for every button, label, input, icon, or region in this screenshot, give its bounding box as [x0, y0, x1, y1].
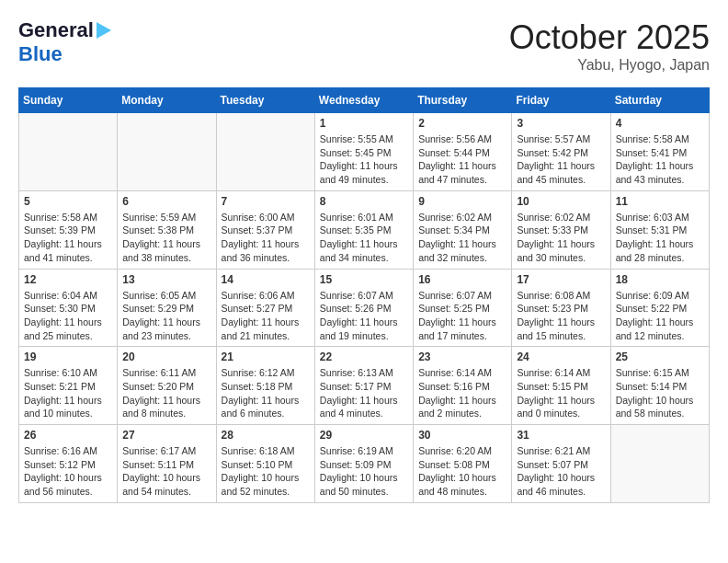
calendar-cell: 11Sunrise: 6:03 AM Sunset: 5:31 PM Dayli…	[610, 190, 709, 269]
calendar-cell: 27Sunrise: 6:17 AM Sunset: 5:11 PM Dayli…	[118, 425, 216, 503]
calendar-cell: 25Sunrise: 6:15 AM Sunset: 5:14 PM Dayli…	[610, 347, 709, 425]
calendar-cell: 30Sunrise: 6:20 AM Sunset: 5:08 PM Dayli…	[414, 425, 512, 503]
day-info: Sunrise: 6:08 AM Sunset: 5:23 PM Dayligh…	[517, 289, 605, 343]
day-number: 19	[24, 350, 112, 363]
day-info: Sunrise: 5:56 AM Sunset: 5:44 PM Dayligh…	[418, 132, 506, 187]
day-info: Sunrise: 5:58 AM Sunset: 5:41 PM Dayligh…	[616, 132, 704, 187]
calendar-cell	[118, 113, 216, 191]
day-number: 2	[418, 117, 506, 130]
calendar-cell: 22Sunrise: 6:13 AM Sunset: 5:17 PM Dayli…	[314, 347, 413, 425]
day-info: Sunrise: 6:16 AM Sunset: 5:12 PM Dayligh…	[24, 444, 112, 499]
day-number: 28	[222, 429, 310, 442]
day-number: 23	[418, 350, 506, 363]
day-number: 1	[320, 117, 408, 130]
day-number: 31	[517, 429, 605, 442]
calendar-cell: 31Sunrise: 6:21 AM Sunset: 5:07 PM Dayli…	[512, 425, 610, 503]
calendar-cell: 29Sunrise: 6:19 AM Sunset: 5:09 PM Dayli…	[314, 425, 413, 503]
day-info: Sunrise: 6:15 AM Sunset: 5:14 PM Dayligh…	[616, 366, 704, 420]
day-number: 9	[418, 195, 506, 208]
day-info: Sunrise: 6:19 AM Sunset: 5:09 PM Dayligh…	[320, 444, 408, 499]
calendar-cell: 28Sunrise: 6:18 AM Sunset: 5:10 PM Dayli…	[216, 425, 314, 503]
logo-arrow-icon	[97, 22, 111, 39]
day-number: 18	[616, 273, 704, 286]
calendar-cell: 9Sunrise: 6:02 AM Sunset: 5:34 PM Daylig…	[414, 190, 512, 269]
day-number: 29	[320, 429, 408, 442]
calendar-cell: 16Sunrise: 6:07 AM Sunset: 5:25 PM Dayli…	[414, 269, 512, 347]
day-number: 24	[517, 350, 605, 363]
day-info: Sunrise: 6:00 AM Sunset: 5:37 PM Dayligh…	[222, 211, 310, 265]
calendar-cell: 14Sunrise: 6:06 AM Sunset: 5:27 PM Dayli…	[216, 269, 314, 347]
day-info: Sunrise: 6:10 AM Sunset: 5:21 PM Dayligh…	[24, 366, 112, 420]
calendar-cell: 26Sunrise: 6:16 AM Sunset: 5:12 PM Dayli…	[19, 425, 118, 503]
day-number: 5	[24, 195, 112, 208]
calendar-cell: 2Sunrise: 5:56 AM Sunset: 5:44 PM Daylig…	[414, 113, 512, 191]
day-info: Sunrise: 6:02 AM Sunset: 5:34 PM Dayligh…	[418, 211, 506, 265]
day-number: 25	[616, 350, 704, 363]
page-header: General Blue October 2025 Yabu, Hyogo, J…	[18, 18, 710, 74]
day-number: 6	[122, 195, 210, 208]
day-info: Sunrise: 6:11 AM Sunset: 5:20 PM Dayligh…	[122, 366, 210, 420]
day-info: Sunrise: 6:13 AM Sunset: 5:17 PM Dayligh…	[320, 366, 408, 420]
weekday-header: Wednesday	[314, 88, 413, 113]
day-info: Sunrise: 6:07 AM Sunset: 5:26 PM Dayligh…	[320, 289, 408, 343]
day-number: 30	[418, 429, 506, 442]
calendar-cell: 21Sunrise: 6:12 AM Sunset: 5:18 PM Dayli…	[216, 347, 314, 425]
day-info: Sunrise: 5:55 AM Sunset: 5:45 PM Dayligh…	[320, 132, 408, 187]
month-title: October 2025 Yabu, Hyogo, Japan	[509, 18, 710, 74]
day-number: 12	[24, 273, 112, 286]
calendar-cell: 10Sunrise: 6:02 AM Sunset: 5:33 PM Dayli…	[512, 190, 610, 269]
day-number: 17	[517, 273, 605, 286]
calendar-cell: 24Sunrise: 6:14 AM Sunset: 5:15 PM Dayli…	[512, 347, 610, 425]
location-heading: Yabu, Hyogo, Japan	[509, 57, 710, 74]
day-number: 7	[222, 195, 310, 208]
calendar-cell: 5Sunrise: 5:58 AM Sunset: 5:39 PM Daylig…	[19, 190, 118, 269]
calendar-week-row: 26Sunrise: 6:16 AM Sunset: 5:12 PM Dayli…	[19, 425, 710, 503]
day-info: Sunrise: 6:04 AM Sunset: 5:30 PM Dayligh…	[24, 289, 112, 343]
calendar-cell: 15Sunrise: 6:07 AM Sunset: 5:26 PM Dayli…	[314, 269, 413, 347]
weekday-header-row: SundayMondayTuesdayWednesdayThursdayFrid…	[19, 88, 710, 113]
day-info: Sunrise: 5:57 AM Sunset: 5:42 PM Dayligh…	[517, 132, 605, 187]
day-number: 4	[616, 117, 704, 130]
weekday-header: Saturday	[610, 88, 709, 113]
day-info: Sunrise: 6:05 AM Sunset: 5:29 PM Dayligh…	[122, 289, 210, 343]
day-number: 16	[418, 273, 506, 286]
day-info: Sunrise: 6:12 AM Sunset: 5:18 PM Dayligh…	[222, 366, 310, 420]
calendar-cell: 8Sunrise: 6:01 AM Sunset: 5:35 PM Daylig…	[314, 190, 413, 269]
day-info: Sunrise: 6:14 AM Sunset: 5:16 PM Dayligh…	[418, 366, 506, 420]
day-info: Sunrise: 6:06 AM Sunset: 5:27 PM Dayligh…	[222, 289, 310, 343]
day-number: 27	[122, 429, 210, 442]
calendar-cell: 23Sunrise: 6:14 AM Sunset: 5:16 PM Dayli…	[414, 347, 512, 425]
weekday-header: Tuesday	[216, 88, 314, 113]
weekday-header: Thursday	[414, 88, 512, 113]
calendar-week-row: 5Sunrise: 5:58 AM Sunset: 5:39 PM Daylig…	[19, 190, 710, 269]
day-info: Sunrise: 6:02 AM Sunset: 5:33 PM Dayligh…	[517, 211, 605, 265]
calendar-cell: 4Sunrise: 5:58 AM Sunset: 5:41 PM Daylig…	[610, 113, 709, 191]
calendar-cell: 17Sunrise: 6:08 AM Sunset: 5:23 PM Dayli…	[512, 269, 610, 347]
day-number: 8	[320, 195, 408, 208]
calendar-cell: 13Sunrise: 6:05 AM Sunset: 5:29 PM Dayli…	[118, 269, 216, 347]
calendar-week-row: 19Sunrise: 6:10 AM Sunset: 5:21 PM Dayli…	[19, 347, 710, 425]
calendar-cell: 18Sunrise: 6:09 AM Sunset: 5:22 PM Dayli…	[610, 269, 709, 347]
day-number: 11	[616, 195, 704, 208]
day-info: Sunrise: 5:58 AM Sunset: 5:39 PM Dayligh…	[24, 211, 112, 265]
calendar-cell: 7Sunrise: 6:00 AM Sunset: 5:37 PM Daylig…	[216, 190, 314, 269]
day-info: Sunrise: 6:07 AM Sunset: 5:25 PM Dayligh…	[418, 289, 506, 343]
calendar-cell	[216, 113, 314, 191]
day-info: Sunrise: 6:09 AM Sunset: 5:22 PM Dayligh…	[616, 289, 704, 343]
calendar-cell: 12Sunrise: 6:04 AM Sunset: 5:30 PM Dayli…	[19, 269, 118, 347]
calendar-cell: 6Sunrise: 5:59 AM Sunset: 5:38 PM Daylig…	[118, 190, 216, 269]
calendar-table: SundayMondayTuesdayWednesdayThursdayFrid…	[18, 87, 710, 503]
calendar-cell: 19Sunrise: 6:10 AM Sunset: 5:21 PM Dayli…	[19, 347, 118, 425]
day-info: Sunrise: 6:14 AM Sunset: 5:15 PM Dayligh…	[517, 366, 605, 420]
calendar-cell	[19, 113, 118, 191]
weekday-header: Friday	[512, 88, 610, 113]
month-heading: October 2025	[509, 18, 710, 57]
day-info: Sunrise: 6:03 AM Sunset: 5:31 PM Dayligh…	[616, 211, 704, 265]
day-number: 13	[122, 273, 210, 286]
day-number: 14	[222, 273, 310, 286]
calendar-cell: 3Sunrise: 5:57 AM Sunset: 5:42 PM Daylig…	[512, 113, 610, 191]
day-info: Sunrise: 6:18 AM Sunset: 5:10 PM Dayligh…	[222, 444, 310, 499]
calendar-week-row: 12Sunrise: 6:04 AM Sunset: 5:30 PM Dayli…	[19, 269, 710, 347]
logo: General Blue	[18, 18, 111, 66]
calendar-week-row: 1Sunrise: 5:55 AM Sunset: 5:45 PM Daylig…	[19, 113, 710, 191]
